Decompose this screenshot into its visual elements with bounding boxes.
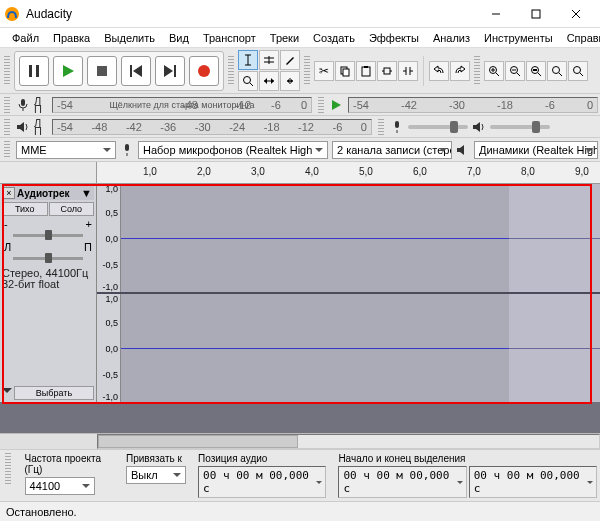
toolbar-grip[interactable] <box>378 119 384 135</box>
undo-button[interactable] <box>429 61 449 81</box>
channel-left[interactable]: 1,0 0,5 0,0 -0,5 -1,0 <box>97 184 600 294</box>
track-close-button[interactable]: × <box>3 187 15 199</box>
toolbar-grip[interactable] <box>4 97 10 113</box>
horizontal-scrollbar[interactable] <box>0 433 600 449</box>
menu-tools[interactable]: Инструменты <box>478 30 559 46</box>
svg-rect-49 <box>533 69 537 71</box>
redo-button[interactable] <box>450 61 470 81</box>
selection-start-display[interactable]: 00 ч 00 м 00,000 с <box>338 466 466 498</box>
timeshift-tool[interactable] <box>259 71 279 91</box>
selection-label: Начало и конец выделения <box>338 453 597 464</box>
gain-slider[interactable] <box>13 234 83 237</box>
copy-button[interactable] <box>335 61 355 81</box>
cut-button[interactable]: ✂ <box>314 61 334 81</box>
track-menu-button[interactable]: ▼ <box>81 187 93 199</box>
zoom-toggle-button[interactable] <box>568 61 588 81</box>
waveform-area[interactable]: 1,0 0,5 0,0 -0,5 -1,0 1,0 0,5 0,0 -0, <box>97 184 600 402</box>
paste-button[interactable] <box>356 61 376 81</box>
record-volume-slider[interactable] <box>408 125 468 129</box>
svg-marker-63 <box>457 145 464 155</box>
menu-tracks[interactable]: Треки <box>264 30 305 46</box>
mixer-row: ЛП -54-48-42-36-30-24-18-12-60 <box>0 116 600 138</box>
vertical-scale[interactable]: 1,0 0,5 0,0 -0,5 -1,0 <box>97 294 121 402</box>
toolbar-grip[interactable] <box>318 97 324 113</box>
svg-marker-11 <box>164 65 173 77</box>
draw-tool[interactable] <box>280 50 300 70</box>
svg-line-21 <box>250 83 253 86</box>
menu-file[interactable]: Файл <box>6 30 45 46</box>
menu-effects[interactable]: Эффекты <box>363 30 425 46</box>
playback-meter[interactable]: -54-42-30-18-60 <box>348 97 598 113</box>
snap-combo[interactable]: Выкл <box>126 466 186 484</box>
track-select-button[interactable]: Выбрать <box>14 386 94 400</box>
selection-end-display[interactable]: 00 ч 00 м 00,000 с <box>469 466 597 498</box>
track-control-panel[interactable]: × Аудиотрек ▼ Тихо Соло -+ ЛП Стерео, 44… <box>0 184 97 402</box>
toolbar-grip[interactable] <box>304 56 310 86</box>
trim-button[interactable] <box>377 61 397 81</box>
app-logo-icon <box>4 6 20 22</box>
pan-slider[interactable] <box>13 257 83 260</box>
svg-rect-8 <box>97 66 107 76</box>
empty-track-area[interactable] <box>0 402 600 433</box>
mic-icon[interactable] <box>16 98 30 112</box>
svg-marker-56 <box>332 100 341 110</box>
menu-help[interactable]: Справка <box>561 30 600 46</box>
audio-host-combo[interactable]: MME <box>16 141 116 159</box>
record-meter[interactable]: -54-48 Щёлкните для старта мониторинга -… <box>52 97 312 113</box>
toolbar-grip[interactable] <box>474 56 480 86</box>
zoom-out-button[interactable] <box>505 61 525 81</box>
menu-view[interactable]: Вид <box>163 30 195 46</box>
timeline[interactable]: 1,0 2,0 3,0 4,0 5,0 6,0 7,0 8,0 9,0 <box>0 162 600 184</box>
menu-transport[interactable]: Транспорт <box>197 30 262 46</box>
pause-button[interactable] <box>19 56 49 86</box>
stop-button[interactable] <box>87 56 117 86</box>
vertical-scale[interactable]: 1,0 0,5 0,0 -0,5 -1,0 <box>97 184 121 292</box>
skip-start-button[interactable] <box>121 56 151 86</box>
record-button[interactable] <box>189 56 219 86</box>
menu-select[interactable]: Выделить <box>98 30 161 46</box>
fit-project-button[interactable] <box>547 61 567 81</box>
status-text: Остановлено. <box>6 506 77 518</box>
speaker-icon <box>16 120 30 134</box>
toolbar-grip[interactable] <box>5 453 11 485</box>
record-channels-combo[interactable]: 2 канала записи (стерео <box>332 141 452 159</box>
envelope-tool[interactable] <box>259 50 279 70</box>
menu-generate[interactable]: Создать <box>307 30 361 46</box>
svg-rect-54 <box>21 99 25 106</box>
audio-position-label: Позиция аудио <box>198 453 326 464</box>
playback-device-combo[interactable]: Динамики (Realtek High Definiti <box>474 141 598 159</box>
playback-volume-slider[interactable] <box>490 125 550 129</box>
toolbar-grip[interactable] <box>4 56 10 86</box>
audio-position-display[interactable]: 00 ч 00 м 00,000 с <box>198 466 326 498</box>
solo-button[interactable]: Соло <box>49 202 95 216</box>
toolbar-grip[interactable] <box>4 119 10 135</box>
record-device-combo[interactable]: Набор микрофонов (Realtek High <box>138 141 328 159</box>
silence-button[interactable] <box>398 61 418 81</box>
project-rate-combo[interactable]: 44100 <box>25 477 95 495</box>
menu-edit[interactable]: Правка <box>47 30 96 46</box>
selection-tool[interactable] <box>238 50 258 70</box>
maximize-button[interactable] <box>516 0 556 28</box>
toolbar-grip[interactable] <box>228 56 234 86</box>
multi-tool[interactable] <box>280 71 300 91</box>
collapse-button[interactable] <box>2 388 12 398</box>
svg-point-50 <box>553 66 560 73</box>
zoom-tool[interactable] <box>238 71 258 91</box>
zoom-in-button[interactable] <box>484 61 504 81</box>
timeline-ruler[interactable]: 1,0 2,0 3,0 4,0 5,0 6,0 7,0 8,0 9,0 <box>97 162 600 183</box>
svg-point-20 <box>244 77 251 84</box>
svg-point-0 <box>5 7 19 21</box>
play-button[interactable] <box>53 56 83 86</box>
toolbar-grip[interactable] <box>4 141 10 159</box>
tracks-area: × Аудиотрек ▼ Тихо Соло -+ ЛП Стерео, 44… <box>0 184 600 433</box>
minimize-button[interactable] <box>476 0 516 28</box>
channel-right[interactable]: 1,0 0,5 0,0 -0,5 -1,0 <box>97 294 600 402</box>
close-button[interactable] <box>556 0 596 28</box>
mute-button[interactable]: Тихо <box>2 202 48 216</box>
skip-end-button[interactable] <box>155 56 185 86</box>
svg-rect-31 <box>362 67 370 76</box>
menu-analyze[interactable]: Анализ <box>427 30 476 46</box>
mic-device-icon <box>120 143 134 157</box>
fit-selection-button[interactable] <box>526 61 546 81</box>
playback-level-meter[interactable]: -54-48-42-36-30-24-18-12-60 <box>52 119 372 135</box>
